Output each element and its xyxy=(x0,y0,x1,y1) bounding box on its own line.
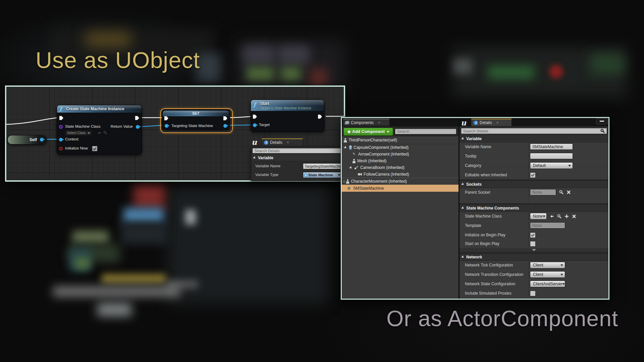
tooltip-input[interactable] xyxy=(530,153,573,159)
blueprint-graph-panel[interactable]: Self ƒ Create State Machine Instance Sta… xyxy=(5,85,345,182)
node-title: Start xyxy=(260,101,269,106)
use-asset-icon[interactable]: ⬅ xyxy=(98,131,101,135)
section-title: Sockets xyxy=(466,182,482,187)
exec-out-pin[interactable] xyxy=(318,115,322,119)
self-output-pin[interactable] xyxy=(40,138,44,141)
node-set-selection-outline: SET Targeting State Machine xyxy=(160,108,233,133)
property-label: Editable when Inherited xyxy=(465,173,507,177)
blurred-background-shape xyxy=(453,59,472,74)
network-tick-configuration-dropdown[interactable]: Client xyxy=(530,262,565,268)
minimize-button[interactable] xyxy=(596,118,608,124)
tab-label: Details xyxy=(480,120,492,125)
editable-when-inherited-checkbox[interactable] xyxy=(530,172,536,178)
tree-item[interactable]: ⚙SMStateMachine xyxy=(342,185,459,192)
tab-details[interactable]: i Details × xyxy=(261,138,303,146)
add-component-button[interactable]: ✚ Add Component xyxy=(343,128,393,136)
tree-item[interactable]: Mesh (Inherited) xyxy=(342,158,459,164)
magnifier-icon[interactable] xyxy=(557,214,561,219)
context-pin[interactable] xyxy=(59,138,63,141)
exec-out-pin[interactable] xyxy=(223,116,227,120)
return-value-pin[interactable] xyxy=(136,125,140,129)
state-machine-class-dropdown[interactable]: None xyxy=(530,213,547,220)
expand-advanced-strip[interactable] xyxy=(460,248,608,252)
self-node-label: Self xyxy=(30,137,37,142)
tab-components[interactable]: Components × xyxy=(343,119,390,126)
expander-icon[interactable] xyxy=(349,166,353,169)
node-start[interactable]: ƒ Start Target is State Machine Instance… xyxy=(251,100,324,132)
template-input[interactable]: None xyxy=(530,222,565,229)
targeting-state-machine-pin[interactable] xyxy=(165,124,168,128)
include-simulated-proxies-checkbox[interactable] xyxy=(530,291,536,296)
tree-item[interactable]: CapsuleComponent (Inherited) xyxy=(342,144,459,151)
blurred-background-shape xyxy=(196,54,221,83)
state-machine-class-pin[interactable] xyxy=(59,125,63,129)
clear-icon[interactable] xyxy=(572,214,576,219)
search-details-input[interactable]: Search Details xyxy=(252,148,343,154)
start-on-begin-play-checkbox[interactable] xyxy=(530,241,536,247)
blurred-background-shape xyxy=(549,65,563,78)
exec-out-pin[interactable] xyxy=(135,116,139,120)
exec-in-pin[interactable] xyxy=(164,116,168,120)
section-header[interactable]: Network xyxy=(460,254,608,261)
chevron-down-icon xyxy=(560,274,563,276)
section-header[interactable]: Variable xyxy=(460,135,608,142)
components-search-input[interactable]: Search xyxy=(395,128,457,134)
collapse-icon xyxy=(253,156,256,160)
property-row: Tooltip xyxy=(460,152,608,161)
magnifier-icon[interactable] xyxy=(600,129,605,133)
chevron-down-icon xyxy=(532,249,536,251)
close-icon[interactable]: × xyxy=(496,120,499,125)
tree-item[interactable]: FollowCamera (Inherited) xyxy=(342,171,459,178)
section-header[interactable]: State Machine Components xyxy=(460,205,608,212)
blurred-background-shape xyxy=(280,67,301,80)
exec-in-pin[interactable] xyxy=(253,115,257,119)
tree-item[interactable]: ◇CharacterMovement (Inherited) xyxy=(342,178,459,185)
components-tabbar: Components × xyxy=(342,118,459,126)
tree-item-label: SMStateMachine xyxy=(353,186,384,191)
tree-item[interactable]: ↖ArrowComponent (Inherited) xyxy=(342,151,459,158)
section-sockets: SocketsParent SocketNone xyxy=(460,181,608,203)
unreal-logo-icon: u xyxy=(252,138,257,146)
search-details-input[interactable]: Search Details xyxy=(461,128,607,134)
tree-item[interactable]: CameraBoom (Inherited) xyxy=(342,164,459,171)
category-dropdown[interactable]: Default xyxy=(530,162,573,169)
details-sections: VariableVariable NameSMStateMachineToolt… xyxy=(460,135,608,299)
close-icon[interactable]: × xyxy=(287,140,289,145)
network-transition-configuration-dropdown[interactable]: Client xyxy=(530,271,565,278)
details-info-icon: i xyxy=(264,140,268,145)
select-class-dropdown[interactable]: Select Class xyxy=(65,130,92,136)
parent-socket-input[interactable]: None xyxy=(530,189,556,195)
set-output-pin[interactable] xyxy=(223,124,227,128)
property-label: Initialize on Begin Play xyxy=(465,233,505,237)
target-pin[interactable] xyxy=(253,123,257,127)
node-self[interactable]: Self xyxy=(7,135,47,144)
node-set-targeting-state-machine[interactable]: SET Targeting State Machine xyxy=(162,110,230,130)
magnifier-icon[interactable] xyxy=(559,190,564,194)
node-create-state-machine-instance[interactable]: ƒ Create State Machine Instance State Ma… xyxy=(57,105,142,155)
variable-name-input[interactable]: SMStateMachine xyxy=(530,143,573,150)
browse-asset-icon[interactable] xyxy=(103,131,107,135)
initialize-on-begin-play-checkbox[interactable] xyxy=(530,232,536,238)
property-value: Default xyxy=(530,162,573,169)
tree-item-label: CharacterMovement (Inherited) xyxy=(351,179,407,184)
exec-in-pin[interactable] xyxy=(59,116,63,120)
expander-icon[interactable] xyxy=(344,146,347,149)
variable-type-dropdown[interactable]: State Machine xyxy=(303,172,342,178)
close-icon[interactable]: × xyxy=(378,120,380,125)
blurred-background-shape xyxy=(97,303,131,316)
initialize-now-pin[interactable] xyxy=(59,147,63,150)
tab-details[interactable]: i Details × xyxy=(471,119,512,126)
section-title: Network xyxy=(466,255,482,259)
dropdown-value: Client xyxy=(533,263,543,267)
section-variable[interactable]: Variable xyxy=(251,155,344,161)
initialize-now-checkbox[interactable] xyxy=(92,146,98,152)
boom-icon xyxy=(355,166,359,170)
network-state-configuration-dropdown[interactable]: ClientAndServer xyxy=(530,281,565,287)
section-header[interactable]: Sockets xyxy=(460,181,608,188)
back-arrow-icon[interactable] xyxy=(550,214,554,219)
node-title: Create State Machine Instance xyxy=(66,107,124,111)
clear-icon[interactable] xyxy=(567,190,571,194)
mesh-icon xyxy=(353,159,356,163)
tree-item-root[interactable]: ThirdPersonCharacter(self) xyxy=(342,136,459,144)
plus-icon[interactable] xyxy=(565,214,569,219)
